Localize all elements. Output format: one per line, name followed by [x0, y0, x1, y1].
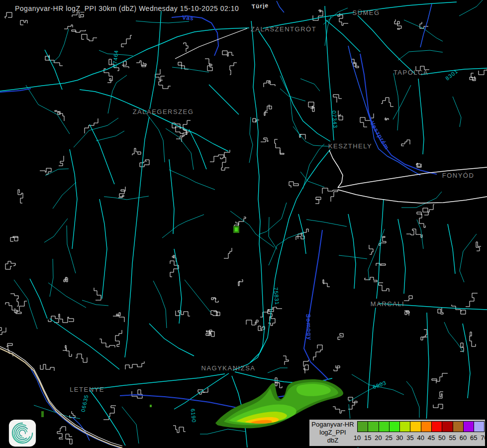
radar-product-title: Poganyvar-HR logZ_PPI 30km (dbZ) Wednesd… [15, 4, 239, 12]
minor-road [26, 85, 70, 134]
settlement-outline [421, 330, 427, 340]
settlement-outline [132, 148, 141, 155]
settlement-outline [136, 61, 146, 67]
legend-cell-25dbz [389, 421, 399, 432]
minor-road [153, 281, 167, 328]
settlement-outline [72, 12, 84, 17]
minor-road [74, 118, 118, 147]
city-label-marcali: MARCALI [371, 300, 404, 308]
settlement-outline [275, 139, 284, 154]
settlement-outline [176, 311, 190, 316]
settlement-outline [264, 81, 275, 87]
area-label-somogy: Somogy [305, 314, 313, 340]
settlement-outline [417, 212, 425, 227]
legend-tick-65: 65 [469, 434, 479, 442]
settlement-outline [303, 360, 308, 373]
settlement-outline [479, 64, 487, 75]
minor-road [249, 117, 253, 163]
city-label-s-meg: SÜMEG [352, 9, 380, 16]
settlement-outline [385, 118, 389, 120]
legend-tick-20: 20 [373, 434, 384, 442]
legend-unit: dbZ [309, 437, 356, 445]
settlement-outline [122, 61, 129, 68]
dbz-legend: Poganyvar-HR logZ_PPI dbZ 10152025303540… [308, 419, 486, 447]
settlement-outline [438, 308, 443, 314]
minor-road [53, 182, 76, 209]
minor-road [406, 381, 419, 418]
settlement-outline [369, 245, 373, 254]
minor-road [136, 21, 189, 23]
settlement-outline [72, 30, 86, 32]
area-label-t-rje: Türje [251, 2, 269, 10]
settlement-outline [283, 356, 289, 365]
settlement-outline [261, 138, 268, 142]
minor-road [104, 196, 149, 200]
settlement-outline [205, 59, 212, 71]
settlement-outline [103, 406, 116, 420]
minor-roads-layer [14, 0, 484, 448]
settlement-outline [264, 105, 272, 115]
settlement-outline [59, 314, 74, 323]
city-label-letenye: LETENYE [70, 386, 104, 393]
legend-titles: Poganyvar-HR logZ_PPI dbZ [309, 421, 356, 445]
minor-road [162, 215, 204, 238]
legend-tick-25: 25 [384, 434, 394, 442]
minor-road [122, 407, 139, 444]
settlement-outline [333, 407, 345, 413]
minor-road [300, 79, 320, 91]
settlement-outline [5, 303, 17, 313]
settlement-outline [132, 390, 142, 398]
minor-road [44, 219, 68, 242]
legend-product: logZ_PPI [309, 429, 356, 437]
settlement-outline [85, 118, 98, 133]
settlement-outline [118, 187, 125, 198]
city-label-nagykanizsa: NAGYKANIZSA [201, 364, 256, 372]
settlement-outline [338, 111, 343, 120]
settlement-outline [76, 354, 87, 362]
settlement-outline [20, 20, 27, 25]
settlement-outline [224, 248, 232, 258]
settlement-outline [253, 118, 259, 122]
settlement-outline [423, 205, 434, 215]
minor-road [401, 192, 442, 208]
settlement-outline [466, 293, 478, 307]
settlement-outline [246, 320, 258, 325]
minor-road [48, 283, 86, 308]
minor-road [259, 203, 287, 234]
settlement-outline [452, 305, 466, 314]
minor-road [53, 29, 69, 63]
minor-road [293, 126, 329, 146]
area-label-vas: Vas [182, 14, 195, 22]
settlement-outline [18, 190, 23, 203]
minor-road [269, 232, 304, 265]
settlement-outline [99, 339, 115, 347]
legend-tick-30: 30 [394, 434, 404, 442]
settlement-outline [333, 95, 342, 103]
settlement-outline [275, 378, 282, 388]
city-label-zalaszentgr-t: ZALASZENTGRÓT [251, 25, 316, 33]
settlement-outline [433, 404, 443, 409]
legend-tick-50: 50 [437, 434, 447, 442]
legend-radar-name: Poganyvar-HR [309, 421, 356, 429]
minor-road [45, 169, 69, 176]
minor-road [50, 259, 53, 297]
settlement-outline [470, 332, 476, 346]
minor-road [96, 131, 124, 141]
settlement-outline [10, 236, 18, 241]
settlement-outline [104, 69, 112, 83]
settlement-outline [338, 334, 343, 339]
settlement-outline [159, 76, 171, 89]
settlement-outline [470, 73, 476, 81]
minor-road [169, 170, 215, 190]
settlement-outline [57, 427, 66, 439]
settlement-outline [113, 313, 124, 322]
legend-cell-20dbz [379, 421, 389, 432]
settlement-outline [404, 296, 412, 301]
legend-tick-70: 70 [479, 434, 487, 442]
minor-road [453, 97, 461, 127]
minor-road [82, 300, 108, 306]
settlement-outline [40, 364, 54, 371]
settlement-outline [198, 388, 208, 394]
legend-cell-10dbz [357, 421, 368, 432]
settlement-outline [289, 182, 298, 188]
